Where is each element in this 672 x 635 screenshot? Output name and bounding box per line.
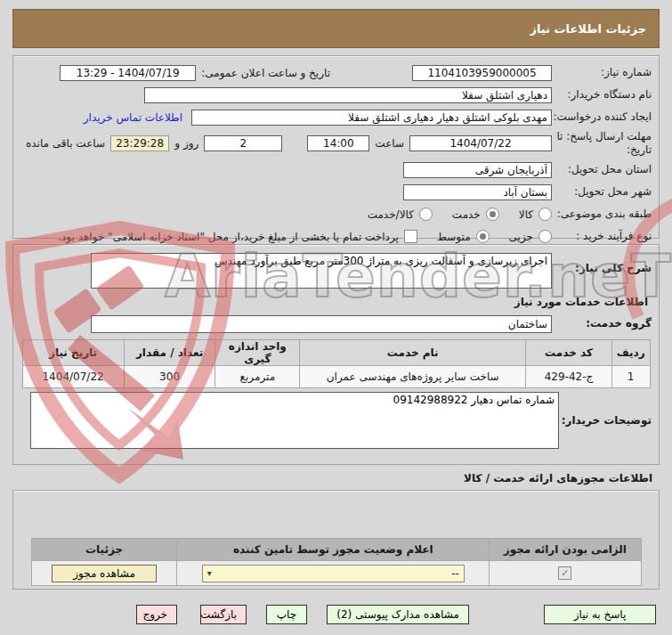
treasury-checkbox[interactable] [404,230,417,243]
deadline-date-field[interactable] [409,135,552,151]
cell-license-mandatory [490,561,641,586]
page-title: جزئیات اطلاعات نیاز [12,9,660,48]
province-row: استان محل تحویل: [20,159,652,180]
col-license-status: اعلام وضعیت مجوز توسط تامین کننده [177,539,490,561]
province-label: استان محل تحویل: [552,163,652,176]
cell-service-code: ج-42-429 [526,366,612,388]
services-section-title: اطلاعات خدمات مورد نیاز [20,296,648,308]
radio-medium-label: متوسط [437,231,471,243]
days-and-label: روز و [174,137,198,150]
need-desc-row: شرح کلی نیاز: اجرای زیرسازی و آسفالت ریز… [20,253,652,289]
radio-partial-label: جزیی [509,231,533,243]
process-type-label: نوع فرآیند خرید : [552,230,652,243]
radio-service-label: خدمت [452,208,481,221]
col-quantity: تعداد / مقدار [124,340,215,366]
respond-button[interactable]: پاسخ به نیاز [544,605,656,624]
footer-toolbar: پاسخ به نیاز مشاهده مدارک پیوستی (2) چاپ… [0,605,672,624]
buyer-notes-label: توضیحات خریدار: [559,414,652,427]
radio-medium[interactable] [476,230,490,243]
service-group-row: گروه خدمت: [20,313,652,334]
treasury-checkbox-label: پرداخت تمام یا بخشی از مبلغ خرید،از محل … [58,231,399,243]
cell-license-status: -- ▾ [177,561,490,586]
license-status-select[interactable]: -- ▾ [202,565,465,582]
deadline-hour-label: ساعت [375,137,404,150]
radio-goods-service[interactable] [419,208,433,221]
col-service-name: نام خدمت [300,340,526,366]
services-table-row: 1 ج-42-429 ساخت سایر پروژه‌های مهندسی عم… [22,366,650,388]
creator-label: ایجاد کننده درخواست: [552,110,652,124]
cell-license-details: مشاهده مجوز [31,561,177,586]
licenses-panel: الزامی بودن ارائه مجوز اعلام وضعیت مجوز … [12,490,660,590]
deadline-time-field[interactable] [307,135,369,151]
view-attached-docs-button[interactable]: مشاهده مدارک پیوستی (2) [327,605,469,624]
services-table: ردیف کد خدمت نام خدمت واحد اندازه گیری ت… [22,339,651,388]
licenses-section-title: اطلاعات مجوزهای ارائه خدمت / کالا [0,472,652,484]
col-need-date: تاریخ نیاز [22,340,124,366]
col-unit: واحد اندازه گیری [215,340,300,366]
deadline-row: مهلت ارسال پاسخ: تا تاریخ: ساعت روز و 23… [20,129,652,158]
mandatory-license-checkbox [558,566,571,580]
announce-datetime-field[interactable] [60,65,196,81]
remaining-days-field[interactable] [204,135,282,151]
cell-row-number: 1 [611,366,650,388]
radio-goods-label: کالا [519,208,533,221]
buyer-contact-link[interactable]: اطلاعات تماس خریدار [84,111,182,124]
licenses-table: الزامی بودن ارائه مجوز اعلام وضعیت مجوز … [31,538,642,586]
services-table-header-row: ردیف کد خدمت نام خدمت واحد اندازه گیری ت… [22,340,650,366]
cell-quantity: 300 [124,366,215,388]
service-group-field[interactable] [91,315,552,333]
exit-button[interactable]: خروج [136,605,177,624]
services-panel: شرح کلی نیاز: اجرای زیرسازی و آسفالت ریز… [12,244,660,465]
need-desc-label: شرح کلی نیاز: [552,253,652,275]
col-license-details: جزئیات [31,539,177,561]
countdown-timer: 23:29:28 [110,135,169,151]
col-row-number: ردیف [611,340,650,366]
back-button[interactable]: بازگشت [200,605,247,624]
licenses-table-header-row: الزامی بودن ارائه مجوز اعلام وضعیت مجوز … [31,539,641,561]
classification-label: طبقه بندی موضوعی: [552,208,652,221]
creator-row: ایجاد کننده درخواست: اطلاعات تماس خریدار [20,107,652,127]
col-license-mandatory: الزامی بودن ارائه مجوز [490,539,641,561]
licenses-table-row: -- ▾ مشاهده مجوز [31,561,641,586]
chevron-down-icon: ▾ [207,568,212,578]
need-number-row: شماره نیاز: تاریخ و ساعت اعلان عمومی: [20,62,652,83]
license-status-value: -- [451,567,459,580]
buyer-org-field[interactable] [144,87,552,103]
city-row: شهر محل تحویل: [20,182,652,202]
need-info-panel: شماره نیاز: تاریخ و ساعت اعلان عمومی: نا… [12,55,660,239]
buyer-notes-row: توضیحات خریدار: شماره تماس دهیار 0914298… [20,392,652,449]
buyer-org-row: نام دستگاه خریدار: [20,85,652,105]
radio-partial[interactable] [538,230,552,243]
province-field[interactable] [403,162,552,178]
city-field[interactable] [403,184,552,200]
col-service-code: کد خدمت [526,340,612,366]
buyer-org-label: نام دستگاه خریدار: [552,88,652,102]
cell-need-date: 1404/07/22 [22,366,124,388]
radio-goods-service-label: کالا/خدمت [368,208,414,221]
deadline-label: مهلت ارسال پاسخ: تا تاریخ: [552,130,652,157]
announce-datetime-label: تاریخ و ساعت اعلان عمومی: [201,67,330,79]
hours-remaining-label: ساعت باقی مانده [26,137,105,150]
radio-goods[interactable] [538,208,552,221]
print-button[interactable]: چاپ [266,605,307,624]
city-label: شهر محل تحویل: [552,185,652,199]
need-number-field[interactable] [412,65,552,81]
cell-service-name: ساخت سایر پروژه‌های مهندسی عمران [300,366,526,388]
service-group-label: گروه خدمت: [552,317,652,330]
need-number-label: شماره نیاز: [552,66,652,79]
creator-field[interactable] [191,110,552,126]
radio-service[interactable] [486,208,499,221]
need-details-page: { "page": { "title": "جزئیات اطلاعات نیا… [0,0,672,635]
buyer-notes-textarea[interactable]: شماره تماس دهیار 09142988922 [30,392,559,449]
classification-row: طبقه بندی موضوعی: کالا خدمت کالا/خدمت [20,204,652,224]
view-license-button[interactable]: مشاهده مجوز [52,565,157,582]
cell-unit: مترمربع [215,366,300,388]
need-desc-textarea[interactable]: اجرای زیرسازی و آسفالت ریزی به متراژ 300… [91,253,552,289]
